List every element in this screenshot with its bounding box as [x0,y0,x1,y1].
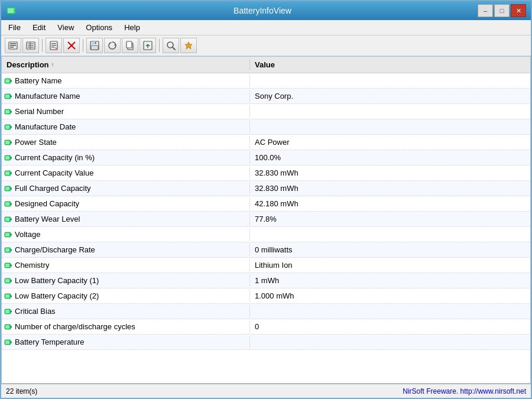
close-button[interactable]: ✕ [511,4,526,17]
svg-rect-45 [11,126,12,128]
menu-file[interactable]: File [4,22,25,33]
table-header: Description ↑ Value [2,57,530,73]
row-value [250,110,530,113]
battery-icon [4,138,12,147]
svg-rect-14 [51,45,56,46]
svg-rect-56 [5,187,9,190]
svg-rect-54 [11,172,12,174]
toolbar-copy-button[interactable] [122,38,138,53]
row-value: 100.0% [250,151,530,164]
toolbar-search-button[interactable] [163,38,179,53]
table-row[interactable]: ChemistryLithium Ion [2,258,530,273]
row-description: Charge/Discharge Rate [2,244,250,256]
svg-rect-13 [51,43,56,44]
table-row[interactable]: Voltage [2,227,530,242]
column-description[interactable]: Description ↑ [2,59,250,70]
row-description: Designed Capacity [2,197,250,210]
row-description: Voltage [2,228,250,241]
row-value: 1.000 mWh [250,290,530,302]
toolbar-properties-button[interactable] [5,38,21,53]
svg-rect-22 [91,46,98,50]
svg-rect-84 [11,326,12,327]
toolbar-pin-button[interactable] [180,38,197,53]
table-row[interactable]: Charge/Discharge Rate0 milliwatts [2,242,530,258]
row-value: Sony Corp. [250,90,530,102]
table-row[interactable]: Manufacture NameSony Corp. [2,89,530,104]
table-row[interactable]: Designed Capacity42.180 mWh [2,196,530,212]
table-row[interactable]: Battery Wear Level77.8% [2,212,530,227]
svg-rect-50 [5,156,9,160]
svg-rect-77 [5,294,9,298]
title-bar: BatteryInfoView – □ ✕ [1,1,531,20]
battery-icon [4,108,12,116]
sort-arrow: ↑ [51,61,54,68]
svg-rect-62 [5,218,9,221]
table-row[interactable]: Battery Temperature [2,335,530,350]
table-row[interactable]: Number of charge/discharge cycles0 [2,319,530,335]
toolbar [1,35,531,56]
svg-rect-2 [14,9,15,12]
svg-rect-48 [11,141,12,143]
menu-options[interactable]: Options [81,22,117,33]
svg-rect-51 [11,157,12,158]
battery-icon [4,277,12,285]
table-row[interactable]: Serial Number [2,104,530,119]
menu-view[interactable]: View [53,22,79,33]
maximize-button[interactable]: □ [494,4,510,17]
table-row[interactable]: Current Capacity Value32.830 mWh [2,166,530,181]
toolbar-save-button[interactable] [86,38,103,53]
table-body[interactable]: Battery Name Manufacture NameSony Corp. … [2,73,530,383]
svg-rect-66 [11,233,12,235]
table-row[interactable]: Low Battery Capacity (1)1 mWh [2,273,530,288]
battery-icon [4,184,12,193]
svg-rect-72 [11,264,12,266]
toolbar-separator-2 [83,39,83,52]
svg-rect-21 [95,42,96,44]
battery-icon [4,92,12,100]
row-description: Current Capacity (in %) [2,151,250,164]
battery-icon [4,231,12,239]
svg-rect-44 [5,125,9,129]
row-value [250,79,530,83]
svg-rect-80 [5,310,9,313]
battery-icon [4,292,12,300]
menu-edit[interactable]: Edit [28,22,50,33]
table-row[interactable]: Current Capacity (in %)100.0% [2,150,530,166]
svg-marker-33 [185,42,192,49]
row-value: 77.8% [250,213,530,225]
battery-icon [4,169,12,177]
column-value: Value [250,59,530,70]
toolbar-delete-button[interactable] [63,38,80,53]
row-description: Critical Bias [2,305,250,317]
row-value: 0 milliwatts [250,244,530,256]
battery-icon [4,77,12,85]
row-description: Power State [2,136,250,148]
svg-rect-36 [11,80,12,82]
svg-rect-87 [11,341,12,343]
svg-rect-4 [10,43,16,44]
toolbar-refresh-button[interactable] [104,38,121,53]
row-value [250,340,530,344]
app-icon [6,5,17,16]
table-row[interactable]: Manufacture Date [2,119,530,135]
battery-icon [4,307,12,316]
row-value: AC Power [250,136,530,148]
minimize-button[interactable]: – [478,4,493,17]
menu-help[interactable]: Help [119,22,145,33]
toolbar-list-button[interactable] [22,38,39,53]
battery-icon [4,261,12,270]
table-row[interactable]: Critical Bias [2,304,530,319]
battery-icon [4,215,12,223]
row-value: 1 mWh [250,274,530,287]
svg-rect-53 [5,171,9,175]
table-row[interactable]: Low Battery Capacity (2)1.000 mWh [2,288,530,304]
status-bar: 22 item(s) NirSoft Freeware. http://www.… [1,384,531,398]
table-row[interactable]: Full Charged Capacity32.830 mWh [2,181,530,196]
row-description: Low Battery Capacity (2) [2,290,250,302]
table-row[interactable]: Power StateAC Power [2,135,530,150]
svg-rect-25 [126,41,132,48]
table-row[interactable]: Battery Name [2,73,530,89]
battery-icon [4,123,12,131]
toolbar-report-button[interactable] [46,38,62,53]
toolbar-export-button[interactable] [140,38,156,53]
